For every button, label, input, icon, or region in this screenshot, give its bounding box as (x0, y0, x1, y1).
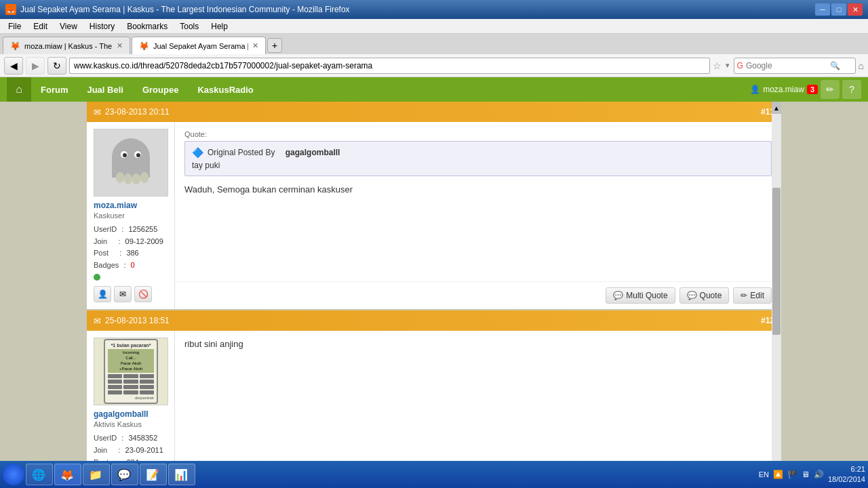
post-12-user-sidebar: *1 bulan pacaran* IncomingCall...Pacar A… (87, 331, 175, 475)
post-12-check-icon: ✉ (94, 316, 101, 326)
tab-1-label: Jual Sepaket Ayam Serama | Kaskus - ... (153, 42, 248, 50)
close-button[interactable]: ✕ (848, 3, 863, 16)
p12-userid-label: UserID (94, 432, 117, 445)
svg-point-2 (116, 172, 124, 183)
edit-button[interactable]: ✏ Edit (733, 287, 772, 304)
star-down-icon[interactable]: ▼ (724, 62, 731, 69)
edit-icon: ✏ (741, 291, 747, 300)
nav-radio[interactable]: KaskusRadio (188, 77, 262, 102)
tray-icon-speaker: 🔊 (814, 470, 824, 479)
menu-view[interactable]: View (54, 20, 83, 33)
forward-button[interactable]: ▶ (26, 57, 45, 75)
post-12-body: *1 bulan pacaran* IncomingCall...Pacar A… (87, 331, 781, 475)
kaskus-home-button[interactable]: ⌂ (7, 77, 31, 102)
tray-icon-flag: 🏴 (787, 470, 797, 479)
post-11-datetime: 23-08-2013 20:11 (105, 107, 170, 117)
tab-1[interactable]: 🦊 Jual Sepaket Ayam Serama | Kaskus - ..… (132, 37, 266, 54)
post-11: ✉ 23-08-2013 20:11 #11 (87, 102, 781, 309)
start-button[interactable] (3, 464, 24, 485)
taskbar-word[interactable]: 📝 (140, 464, 167, 485)
tab-bar: 🦊 moza.miaw | Kaskus - The Largest Ind..… (0, 34, 868, 54)
post-12-header: ✉ 25-08-2013 18:51 #12 (87, 310, 781, 331)
profile-button[interactable]: 👤 (94, 286, 111, 302)
kaskus-navbar: ⌂ Forum Jual Beli Groupee KaskusRadio 👤 … (0, 77, 868, 102)
tray-icon-1: 🔼 (773, 470, 783, 479)
scrollbar[interactable]: ▲ ▼ (772, 102, 781, 488)
menu-history[interactable]: History (84, 20, 120, 33)
tab-1-close[interactable]: ✕ (252, 41, 258, 50)
menu-bookmarks[interactable]: Bookmarks (121, 20, 173, 33)
multiquote-icon: 💬 (613, 291, 623, 300)
google-logo: G (737, 61, 743, 70)
userid-sep: : (121, 224, 123, 236)
report-button[interactable]: 🚫 (134, 286, 152, 302)
quote-btn-icon: 💬 (687, 291, 697, 300)
user-area: 👤 moza.miaw 3 (750, 85, 818, 94)
badges-val: 0 (131, 260, 135, 272)
p12-userid-val: 3458352 (128, 432, 157, 445)
post-11-body: moza.miaw Kaskuser UserID : 1256255 Join… (87, 122, 781, 309)
address-input[interactable] (69, 58, 710, 74)
post-sep: : (119, 247, 121, 260)
message-button[interactable]: ✉ (114, 286, 132, 302)
home-icon[interactable]: ⌂ (859, 60, 864, 71)
window-controls: ─ □ ✕ (815, 3, 863, 16)
taskbar-ie[interactable]: 🌐 (26, 464, 53, 485)
post-11-username[interactable]: moza.miaw (94, 201, 167, 210)
nav-jualbeli[interactable]: Jual Beli (77, 77, 132, 102)
user-online-indicator (94, 274, 100, 281)
quote-button[interactable]: 💬 Quote (679, 287, 730, 304)
search-input[interactable] (746, 61, 827, 70)
post-11-text: Waduh, Semoga bukan cerminan kaskuser (184, 184, 772, 195)
quote-author[interactable]: gagalgomballl (285, 148, 340, 157)
post-11-avatar (94, 129, 168, 197)
maximize-button[interactable]: □ (831, 3, 846, 16)
notification-badge[interactable]: 3 (807, 85, 818, 94)
post-12-username[interactable]: gagalgomballl (94, 409, 167, 419)
post-12-content: ribut sini anjing (175, 331, 781, 475)
help-nav-button[interactable]: ? (842, 80, 861, 99)
window-title: Jual Sepaket Ayam Serama | Kaskus - The … (20, 5, 350, 14)
menu-edit[interactable]: Edit (28, 20, 53, 33)
edit-nav-button[interactable]: ✏ (821, 80, 840, 99)
menu-help[interactable]: Help (205, 20, 233, 33)
taskbar-firefox[interactable]: 🦊 (54, 464, 81, 485)
quote-box: 🔷 Original Posted By gagalgomballl tay p… (184, 141, 772, 176)
nav-forum[interactable]: Forum (31, 77, 77, 102)
nav-groupee[interactable]: Groupee (133, 77, 188, 102)
tab-0-close[interactable]: ✕ (117, 41, 123, 50)
menu-tools[interactable]: Tools (174, 20, 204, 33)
firefox-icon: 🦊 (5, 4, 16, 15)
multiquote-button[interactable]: 💬 Multi Quote (606, 287, 675, 304)
post-11-header: ✉ 23-08-2013 20:11 #11 (87, 102, 781, 122)
userid-label: UserID (94, 224, 117, 236)
svg-point-3 (124, 174, 132, 184)
search-icon[interactable]: 🔍 (830, 61, 840, 70)
back-button[interactable]: ◀ (4, 57, 23, 75)
p12-userid-sep: : (121, 432, 123, 445)
post-12-role: Aktivis Kaskus (94, 420, 167, 428)
nav-username: moza.miaw (763, 85, 804, 94)
user-action-icons: 👤 ✉ 🚫 (94, 286, 167, 302)
p12-join-label: Join (94, 445, 107, 457)
post-label: Post (94, 247, 108, 260)
tab-0-label: moza.miaw | Kaskus - The Largest Ind... (24, 42, 113, 50)
address-bar: ◀ ▶ ↻ ☆ ▼ G 🔍 ⌂ (0, 54, 868, 77)
post-12-text: ribut sini anjing (184, 339, 772, 349)
reload-button[interactable]: ↻ (47, 57, 66, 75)
star-icon[interactable]: ☆ (713, 60, 722, 71)
post-12-datetime: 25-08-2013 18:51 (105, 316, 170, 325)
system-clock[interactable]: 6:21 18/02/2014 (828, 464, 865, 485)
quote-text: tay puki (192, 161, 764, 170)
menu-file[interactable]: File (3, 20, 26, 33)
taskbar-chat[interactable]: 💬 (111, 464, 138, 485)
minimize-button[interactable]: ─ (815, 3, 830, 16)
taskbar: 🌐 🦊 📁 💬 📝 📊 EN 🔼 🏴 🖥 🔊 6:21 18/02/2014 (0, 461, 868, 488)
taskbar-explorer[interactable]: 📁 (83, 464, 110, 485)
post-11-user-sidebar: moza.miaw Kaskuser UserID : 1256255 Join… (87, 122, 175, 309)
tab-0[interactable]: 🦊 moza.miaw | Kaskus - The Largest Ind..… (3, 37, 130, 54)
taskbar-app[interactable]: 📊 (168, 464, 195, 485)
menu-bar: File Edit View History Bookmarks Tools H… (0, 19, 868, 34)
badges-label: Badges (94, 260, 119, 272)
new-tab-button[interactable]: + (267, 38, 282, 53)
